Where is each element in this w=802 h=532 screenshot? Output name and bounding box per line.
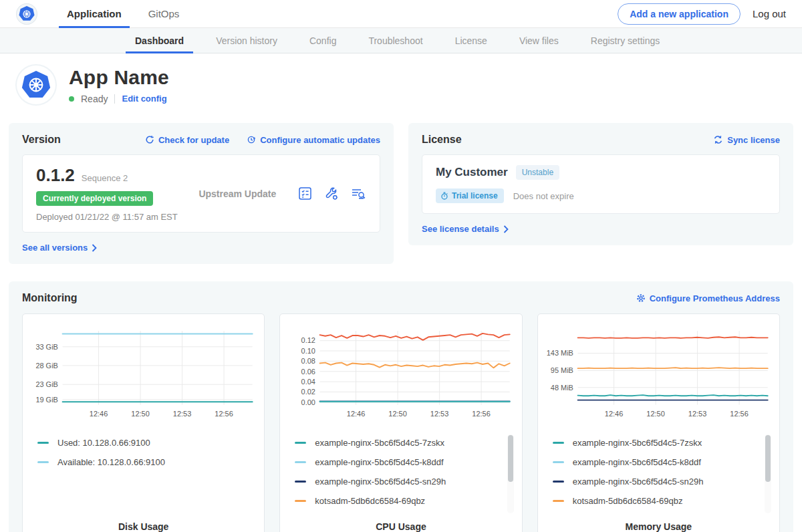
legend-swatch [37,461,49,463]
divider [114,94,115,104]
svg-text:0.08: 0.08 [301,357,315,365]
svg-text:143 MiB: 143 MiB [546,349,573,357]
deployed-timestamp: Deployed 01/21/22 @ 11:57 am EST [36,212,178,222]
license-card-title: License [422,134,462,146]
legend-scrollbar-thumb[interactable] [765,435,771,482]
license-card: License Sync license My Customer Unstabl… [408,123,793,245]
tab-application-label: Application [67,8,122,19]
check-for-update-link[interactable]: Check for update [145,135,229,145]
subnav-license[interactable]: License [446,28,497,53]
legend-label: example-nginx-5bc6f5d4c5-7zskx [315,438,444,448]
kubernetes-logo-icon[interactable] [16,3,37,25]
svg-text:95 MiB: 95 MiB [550,366,573,374]
svg-text:12:46: 12:46 [90,410,108,418]
legend-item: kotsadm-5db6dc6584-69qbz [295,491,505,511]
svg-text:12:46: 12:46 [347,410,365,418]
subnav-registry-settings[interactable]: Registry settings [581,28,669,53]
chevron-right-icon [92,244,97,252]
legend-swatch [37,442,49,444]
legend-label: example-nginx-5bc6f5d4c5-sn29h [315,477,446,487]
refresh-icon [145,135,154,144]
legend-swatch [295,442,306,444]
version-sequence: Sequence 2 [82,173,128,183]
svg-text:0.00: 0.00 [301,398,315,406]
subnav-version-history[interactable]: Version history [207,28,287,53]
cpu-usage-legend: example-nginx-5bc6f5d4c5-7zskxexample-ng… [287,433,515,515]
legend-label: Available: 10.128.0.66:9100 [57,457,165,467]
disk-usage-plot: 12:4612:5012:5312:5633 GiB28 GiB23 GiB19… [29,322,257,424]
memory-usage-plot: 12:4612:5012:5312:56143 MiB95 MiB48 MiB [545,322,773,424]
sync-license-label: Sync license [727,135,780,145]
legend-scrollbar[interactable] [765,434,771,513]
legend-swatch [553,500,564,502]
legend-item: example-nginx-5bc6f5d4c5-sn29h [553,472,763,491]
disk-usage-legend: Used: 10.128.0.66:9100Available: 10.128.… [29,433,257,515]
svg-text:0.06: 0.06 [301,368,315,376]
tab-gitops[interactable]: GitOps [140,0,188,27]
configure-prometheus-label: Configure Prometheus Address [650,293,780,303]
legend-item: example-nginx-5bc6f5d4c5-sn29h [295,472,505,491]
configure-prometheus-link[interactable]: Configure Prometheus Address [636,293,780,303]
svg-text:19 GiB: 19 GiB [35,396,58,404]
logout-link[interactable]: Log out [753,8,786,19]
config-wrench-icon[interactable] [323,186,340,201]
legend-label: Used: 10.128.0.66:9100 [57,438,150,448]
app-sub-nav: Dashboard Version history Config Trouble… [0,28,802,53]
customer-name: My Customer [436,166,508,179]
svg-text:12:53: 12:53 [173,410,191,418]
app-icon [17,65,55,104]
configure-automatic-updates-label: Configure automatic updates [260,135,380,145]
subnav-registry-settings-label: Registry settings [591,35,660,46]
page-title: App Name [69,66,169,89]
svg-text:12:56: 12:56 [473,410,491,418]
version-card: Version Check for update Configure autom… [9,123,394,264]
sync-license-link[interactable]: Sync license [713,135,780,145]
svg-text:0.12: 0.12 [301,336,315,344]
svg-text:48 MiB: 48 MiB [550,384,573,392]
version-number: 0.1.2 [36,165,75,186]
svg-text:12:46: 12:46 [605,410,623,418]
legend-item: Available: 10.128.0.66:9100 [37,452,248,472]
subnav-dashboard[interactable]: Dashboard [126,28,193,53]
legend-item: example-nginx-5bc6f5d4c5-k8ddf [553,452,763,472]
license-expiry: Does not expire [513,191,574,201]
configure-automatic-updates-link[interactable]: Configure automatic updates [247,135,380,145]
see-all-versions-link[interactable]: See all versions [22,243,97,253]
memory-usage-chart-card: 12:4612:5012:5312:56143 MiB95 MiB48 MiB … [537,313,780,532]
add-application-button[interactable]: Add a new application [618,3,741,25]
svg-text:12:50: 12:50 [389,410,407,418]
subnav-version-history-label: Version history [216,35,277,46]
svg-text:23 GiB: 23 GiB [35,380,58,388]
legend-scrollbar[interactable] [507,434,514,513]
diff-view-icon[interactable] [350,186,366,201]
svg-text:33 GiB: 33 GiB [35,343,58,351]
legend-swatch [295,481,306,483]
schedule-icon [247,135,256,144]
legend-scrollbar-thumb[interactable] [508,435,513,482]
subnav-config[interactable]: Config [300,28,346,53]
edit-config-link[interactable]: Edit config [122,94,166,104]
status-dot [69,96,74,102]
legend-item: example-nginx-5bc6f5d4c5-7zskx [553,433,763,452]
trial-license-label: Trial license [452,191,498,201]
legend-swatch [553,442,564,444]
see-license-details-link[interactable]: See license details [422,224,509,234]
memory-usage-legend: example-nginx-5bc6f5d4c5-7zskxexample-ng… [545,433,773,515]
tab-application[interactable]: Application [59,0,130,27]
svg-text:12:53: 12:53 [430,410,448,418]
version-source: Upstream Update [178,188,297,199]
see-all-versions-label: See all versions [22,243,88,253]
sync-icon [713,135,723,144]
subnav-view-files[interactable]: View files [510,28,568,53]
subnav-view-files-label: View files [519,35,559,46]
top-nav-tabs: Application GitOps [59,0,198,27]
subnav-troubleshoot[interactable]: Troubleshoot [359,28,432,53]
svg-text:12:50: 12:50 [646,410,664,418]
chart-title: Disk Usage [29,515,257,532]
preflight-checks-icon[interactable] [297,186,313,201]
chart-title: CPU Usage [287,515,515,532]
svg-text:0.02: 0.02 [301,388,315,396]
legend-item: example-nginx-5bc6f5d4c5-k8ddf [295,452,505,472]
channel-badge: Unstable [516,165,559,180]
current-version-row: 0.1.2 Sequence 2 Currently deployed vers… [22,154,380,233]
